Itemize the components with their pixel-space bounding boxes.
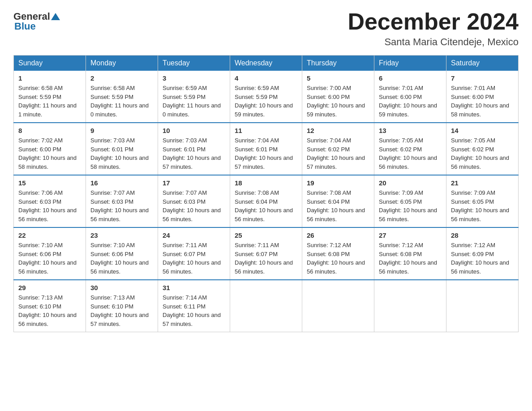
- calendar-cell: 5Sunrise: 7:00 AMSunset: 6:00 PMDaylight…: [302, 71, 374, 123]
- day-info: Sunrise: 6:59 AMSunset: 5:59 PMDaylight:…: [235, 84, 297, 119]
- header-wednesday: Wednesday: [230, 56, 302, 71]
- month-title: December 2024: [348, 9, 519, 34]
- day-info: Sunrise: 7:10 AMSunset: 6:06 PMDaylight:…: [18, 241, 81, 276]
- day-number: 22: [18, 231, 81, 239]
- day-number: 2: [90, 74, 153, 82]
- day-info: Sunrise: 7:00 AMSunset: 6:00 PMDaylight:…: [307, 84, 369, 119]
- calendar-cell: 4Sunrise: 6:59 AMSunset: 5:59 PMDaylight…: [230, 71, 302, 123]
- calendar-cell: 30Sunrise: 7:13 AMSunset: 6:10 PMDayligh…: [86, 280, 158, 332]
- day-number: 30: [90, 284, 153, 291]
- calendar-cell: [230, 280, 302, 332]
- calendar-cell: 16Sunrise: 7:07 AMSunset: 6:03 PMDayligh…: [86, 175, 158, 227]
- day-number: 4: [235, 74, 297, 82]
- calendar-cell: 18Sunrise: 7:08 AMSunset: 6:04 PMDayligh…: [230, 175, 302, 227]
- calendar-cell: 28Sunrise: 7:12 AMSunset: 6:09 PMDayligh…: [446, 227, 519, 280]
- day-info: Sunrise: 7:13 AMSunset: 6:10 PMDaylight:…: [90, 293, 153, 328]
- calendar-cell: 31Sunrise: 7:14 AMSunset: 6:11 PMDayligh…: [158, 280, 230, 332]
- logo-blue-text: Blue: [14, 21, 36, 32]
- calendar-cell: [446, 280, 519, 332]
- day-info: Sunrise: 7:07 AMSunset: 6:03 PMDaylight:…: [90, 188, 153, 223]
- day-info: Sunrise: 7:02 AMSunset: 6:00 PMDaylight:…: [18, 136, 81, 171]
- calendar-cell: 7Sunrise: 7:01 AMSunset: 6:00 PMDaylight…: [446, 71, 519, 123]
- calendar-cell: 22Sunrise: 7:10 AMSunset: 6:06 PMDayligh…: [14, 227, 86, 280]
- day-number: 27: [379, 231, 442, 239]
- day-number: 3: [163, 74, 225, 82]
- day-info: Sunrise: 7:08 AMSunset: 6:04 PMDaylight:…: [307, 188, 369, 223]
- calendar-cell: [302, 280, 374, 332]
- day-info: Sunrise: 7:08 AMSunset: 6:04 PMDaylight:…: [235, 188, 297, 223]
- day-number: 1: [18, 74, 81, 82]
- day-info: Sunrise: 6:58 AMSunset: 5:59 PMDaylight:…: [18, 84, 81, 119]
- day-info: Sunrise: 7:05 AMSunset: 6:02 PMDaylight:…: [451, 136, 514, 171]
- day-info: Sunrise: 7:13 AMSunset: 6:10 PMDaylight:…: [18, 293, 81, 328]
- day-number: 7: [451, 74, 514, 82]
- calendar-cell: 24Sunrise: 7:11 AMSunset: 6:07 PMDayligh…: [158, 227, 230, 280]
- calendar-week-row: 8Sunrise: 7:02 AMSunset: 6:00 PMDaylight…: [14, 123, 519, 175]
- calendar-week-row: 15Sunrise: 7:06 AMSunset: 6:03 PMDayligh…: [14, 175, 519, 227]
- logo-triangle-icon: [51, 13, 60, 20]
- header-monday: Monday: [86, 56, 158, 71]
- header-friday: Friday: [374, 56, 446, 71]
- day-info: Sunrise: 7:06 AMSunset: 6:03 PMDaylight:…: [18, 188, 81, 223]
- calendar-week-row: 29Sunrise: 7:13 AMSunset: 6:10 PMDayligh…: [14, 280, 519, 332]
- day-info: Sunrise: 6:58 AMSunset: 5:59 PMDaylight:…: [90, 84, 153, 119]
- calendar-cell: 26Sunrise: 7:12 AMSunset: 6:08 PMDayligh…: [302, 227, 374, 280]
- day-info: Sunrise: 7:11 AMSunset: 6:07 PMDaylight:…: [235, 241, 297, 276]
- day-number: 25: [235, 231, 297, 239]
- calendar-cell: 23Sunrise: 7:10 AMSunset: 6:06 PMDayligh…: [86, 227, 158, 280]
- day-number: 18: [235, 179, 297, 187]
- calendar-cell: 12Sunrise: 7:04 AMSunset: 6:02 PMDayligh…: [302, 123, 374, 175]
- day-number: 17: [163, 179, 225, 187]
- calendar-cell: 25Sunrise: 7:11 AMSunset: 6:07 PMDayligh…: [230, 227, 302, 280]
- day-info: Sunrise: 7:10 AMSunset: 6:06 PMDaylight:…: [90, 241, 153, 276]
- calendar-cell: 2Sunrise: 6:58 AMSunset: 5:59 PMDaylight…: [86, 71, 158, 123]
- day-number: 20: [379, 179, 442, 187]
- calendar-cell: 14Sunrise: 7:05 AMSunset: 6:02 PMDayligh…: [446, 123, 519, 175]
- day-number: 5: [307, 74, 369, 82]
- day-number: 21: [451, 179, 514, 187]
- header-thursday: Thursday: [302, 56, 374, 71]
- calendar-cell: 17Sunrise: 7:07 AMSunset: 6:03 PMDayligh…: [158, 175, 230, 227]
- calendar-cell: 11Sunrise: 7:04 AMSunset: 6:01 PMDayligh…: [230, 123, 302, 175]
- day-info: Sunrise: 7:01 AMSunset: 6:00 PMDaylight:…: [451, 84, 514, 119]
- calendar-cell: 6Sunrise: 7:01 AMSunset: 6:00 PMDaylight…: [374, 71, 446, 123]
- header-sunday: Sunday: [14, 56, 86, 71]
- day-number: 10: [163, 127, 225, 134]
- day-info: Sunrise: 7:07 AMSunset: 6:03 PMDaylight:…: [163, 188, 225, 223]
- location-text: Santa Maria Citendeje, Mexico: [348, 36, 519, 48]
- day-number: 23: [90, 231, 153, 239]
- day-info: Sunrise: 6:59 AMSunset: 5:59 PMDaylight:…: [163, 84, 225, 119]
- calendar-cell: 20Sunrise: 7:09 AMSunset: 6:05 PMDayligh…: [374, 175, 446, 227]
- calendar-cell: 21Sunrise: 7:09 AMSunset: 6:05 PMDayligh…: [446, 175, 519, 227]
- day-info: Sunrise: 7:12 AMSunset: 6:08 PMDaylight:…: [307, 241, 369, 276]
- calendar-cell: 3Sunrise: 6:59 AMSunset: 5:59 PMDaylight…: [158, 71, 230, 123]
- calendar-cell: 9Sunrise: 7:03 AMSunset: 6:01 PMDaylight…: [86, 123, 158, 175]
- calendar-cell: 1Sunrise: 6:58 AMSunset: 5:59 PMDaylight…: [14, 71, 86, 123]
- calendar-header-row: Sunday Monday Tuesday Wednesday Thursday…: [14, 56, 519, 71]
- day-number: 16: [90, 179, 153, 187]
- calendar-cell: 19Sunrise: 7:08 AMSunset: 6:04 PMDayligh…: [302, 175, 374, 227]
- calendar-cell: [374, 280, 446, 332]
- day-number: 8: [18, 127, 81, 134]
- day-info: Sunrise: 7:01 AMSunset: 6:00 PMDaylight:…: [379, 84, 442, 119]
- day-number: 15: [18, 179, 81, 187]
- day-number: 26: [307, 231, 369, 239]
- calendar-week-row: 1Sunrise: 6:58 AMSunset: 5:59 PMDaylight…: [14, 71, 519, 123]
- calendar-cell: 8Sunrise: 7:02 AMSunset: 6:00 PMDaylight…: [14, 123, 86, 175]
- calendar-table: Sunday Monday Tuesday Wednesday Thursday…: [13, 55, 519, 332]
- calendar-week-row: 22Sunrise: 7:10 AMSunset: 6:06 PMDayligh…: [14, 227, 519, 280]
- day-info: Sunrise: 7:05 AMSunset: 6:02 PMDaylight:…: [379, 136, 442, 171]
- day-info: Sunrise: 7:03 AMSunset: 6:01 PMDaylight:…: [163, 136, 225, 171]
- day-number: 19: [307, 179, 369, 187]
- day-number: 14: [451, 127, 514, 134]
- day-info: Sunrise: 7:12 AMSunset: 6:09 PMDaylight:…: [451, 241, 514, 276]
- day-number: 13: [379, 127, 442, 134]
- day-info: Sunrise: 7:14 AMSunset: 6:11 PMDaylight:…: [163, 293, 225, 328]
- day-info: Sunrise: 7:04 AMSunset: 6:01 PMDaylight:…: [235, 136, 297, 171]
- day-info: Sunrise: 7:04 AMSunset: 6:02 PMDaylight:…: [307, 136, 369, 171]
- day-number: 29: [18, 284, 81, 291]
- header-tuesday: Tuesday: [158, 56, 230, 71]
- day-info: Sunrise: 7:09 AMSunset: 6:05 PMDaylight:…: [379, 188, 442, 223]
- day-info: Sunrise: 7:09 AMSunset: 6:05 PMDaylight:…: [451, 188, 514, 223]
- day-info: Sunrise: 7:12 AMSunset: 6:08 PMDaylight:…: [379, 241, 442, 276]
